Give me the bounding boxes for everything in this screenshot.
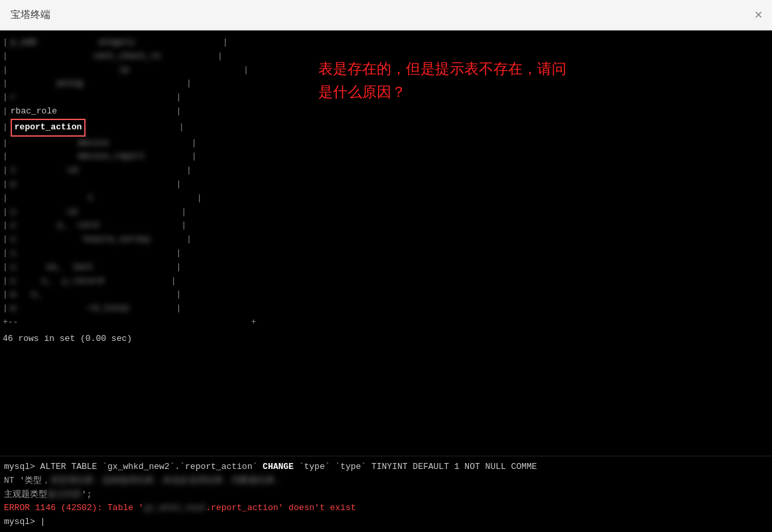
table-name: u [11,247,176,261]
pipe: | [197,192,202,206]
pipe: | [192,137,197,151]
pipe: | [218,50,223,64]
table-row: | pnlog | [3,77,275,91]
pipe: | [3,105,8,119]
table-row: | s cd | [3,164,275,178]
error-line: ERROR 1146 (42S02): Table 'gx_whkd_new2.… [4,501,768,515]
pipe: | [3,121,8,135]
table-row: | p_adm ategory | [3,36,275,50]
pipe: | [3,302,8,316]
table-name: device_report [11,150,192,164]
pipe: | [176,261,181,275]
table-name: p_adm ategory [11,36,223,50]
table-name: rbac_role [11,105,176,119]
table-row: | w o_ | [3,288,275,302]
pipe: | [192,150,197,164]
table-name: u nnaire_survey [11,233,186,247]
pipe: | [171,275,176,289]
pipe: | [3,164,8,178]
table-row: | w rd_total | [3,302,275,316]
table-row: | t | [3,192,275,206]
table-name: s cd [11,164,186,178]
table-name: w [11,178,176,192]
annotation-line2: 是什么原因？ [318,80,765,103]
table-row: | cent_check_re | [3,50,275,64]
pipe: | [181,219,186,233]
table-row: | u ck | [3,206,275,220]
pipe: | [3,50,8,64]
close-button[interactable]: ✕ [752,9,764,21]
table-name-pad [86,121,178,135]
pipe: | [3,36,8,50]
blurred-comment1: 类型用结果，选择题用结果，单选多选用结果，判断题结果， [50,476,283,486]
table-row: | rbac_role | [3,105,275,119]
alter-table-cmd: mysql> ALTER TABLE `gx_whkd_new2`.`repor… [4,460,768,474]
pipe: | [176,288,181,302]
pipe: | [3,64,8,78]
pipe: | [3,137,8,151]
pipe: | [3,233,8,247]
blurred-comment2: 备注内容 [47,490,82,499]
table-row: | u nnaire_survey | [3,233,275,247]
pipe: | [186,164,192,178]
terminal[interactable]: | p_adm ategory | | cent_check_re | | le [0,31,772,532]
table-row: | u eo_ lect | [3,261,275,275]
table-row: | device | [3,137,275,151]
table-name: device [11,137,192,151]
table-name: le [11,64,243,78]
table-row: | u o_ y_record | [3,275,275,289]
table-row: | device_report | [3,150,275,164]
alter-table-cont2: 主观题类型备注内容'; [4,488,768,502]
pipe: | [3,150,8,164]
separator: +-- + [3,316,275,330]
table-name: u a_ cord [11,219,181,233]
pipe: | [223,36,228,50]
pipe: | [176,302,181,316]
table-name: cent_check_re [11,50,218,64]
table-row: | w | [3,178,275,192]
close-icon: ✕ [754,9,763,21]
pipe: | [176,178,181,192]
pipe: | [3,206,8,220]
pipe: | [3,261,8,275]
final-prompt: mysql> | [4,515,768,529]
pipe: | [3,275,8,289]
row-count: 46 rows in set (0.00 sec) [3,332,275,346]
table-row: | r | [3,91,275,105]
alter-table-cont: NT '类型，类型用结果，选择题用结果，单选多选用结果，判断题结果， [4,474,768,488]
table-name: r [11,91,176,105]
pipe: | [176,247,181,261]
table-row: | report_action | [3,119,275,137]
pipe: | [176,91,181,105]
table-name: u o_ y_record [11,275,171,289]
pipe: | [3,178,8,192]
pipe: | [3,219,8,233]
pipe: | [3,192,8,206]
pipe: | [3,247,8,261]
table-name: t [11,192,197,206]
table-name: u eo_ lect [11,261,176,275]
report-action-table: report_action [11,119,86,137]
pipe: | [3,91,8,105]
table-name: pnlog [11,77,186,91]
terminal-bottom: mysql> ALTER TABLE `gx_whkd_new2`.`repor… [0,456,772,532]
table-name: w o_ [11,288,176,302]
table-name: u ck [11,206,181,220]
pipe: | [179,121,184,135]
mysql-prompt: mysql> [4,462,40,472]
title-bar: 宝塔终端 ✕ [0,0,772,31]
pipe: | [181,206,186,220]
window-title: 宝塔终端 [11,9,50,21]
pipe: | [3,77,8,91]
pipe: | [3,288,8,302]
annotation-line1: 表是存在的，但是提示表不存在，请问 [318,57,765,80]
type-keyword: `type` `type` TINYINT DEFAULT 1 NOT NULL… [294,462,537,472]
table-list: | p_adm ategory | | cent_check_re | | le [3,36,275,346]
table-name: w rd_total [11,302,176,316]
pipe: | [243,64,249,78]
change-keyword: CHANGE [263,462,294,472]
final-mysql-prompt: mysql> | [4,517,45,527]
terminal-content: | p_adm ategory | | cent_check_re | | le [0,31,772,456]
pipe: | [176,105,181,119]
table-row: | u | [3,247,275,261]
